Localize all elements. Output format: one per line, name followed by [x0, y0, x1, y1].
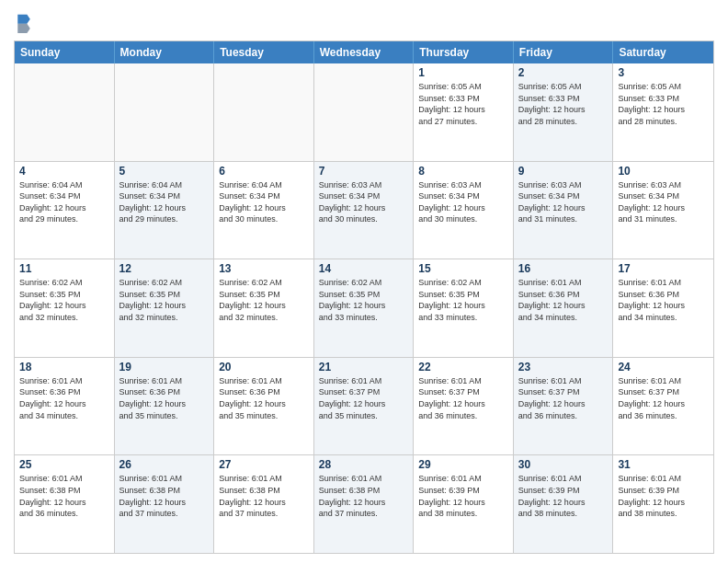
day-info: Sunrise: 6:03 AM Sunset: 6:34 PM Dayligh…: [319, 179, 409, 225]
day-info: Sunrise: 6:01 AM Sunset: 6:36 PM Dayligh…: [518, 277, 609, 323]
day-number: 30: [518, 458, 609, 471]
day-info: Sunrise: 6:03 AM Sunset: 6:34 PM Dayligh…: [518, 179, 609, 225]
day-info: Sunrise: 6:01 AM Sunset: 6:39 PM Dayligh…: [418, 473, 508, 519]
calendar-cell: [214, 63, 314, 161]
day-info: Sunrise: 6:01 AM Sunset: 6:36 PM Dayligh…: [119, 375, 210, 421]
day-number: 14: [319, 262, 409, 275]
day-number: 3: [618, 66, 709, 79]
calendar-cell: 19Sunrise: 6:01 AM Sunset: 6:36 PM Dayli…: [115, 358, 215, 455]
day-info: Sunrise: 6:03 AM Sunset: 6:34 PM Dayligh…: [618, 179, 709, 225]
calendar-cell: 5Sunrise: 6:04 AM Sunset: 6:34 PM Daylig…: [115, 162, 215, 259]
calendar-week: 18Sunrise: 6:01 AM Sunset: 6:36 PM Dayli…: [15, 357, 713, 455]
day-number: 26: [119, 458, 210, 471]
day-number: 27: [219, 458, 309, 471]
calendar-cell: [15, 63, 115, 161]
day-info: Sunrise: 6:01 AM Sunset: 6:36 PM Dayligh…: [219, 375, 309, 421]
day-info: Sunrise: 6:02 AM Sunset: 6:35 PM Dayligh…: [418, 277, 508, 323]
day-number: 15: [418, 262, 508, 275]
day-info: Sunrise: 6:01 AM Sunset: 6:38 PM Dayligh…: [319, 473, 409, 519]
day-number: 2: [518, 66, 609, 79]
day-number: 17: [618, 262, 709, 275]
day-info: Sunrise: 6:04 AM Sunset: 6:34 PM Dayligh…: [19, 179, 109, 225]
day-info: Sunrise: 6:02 AM Sunset: 6:35 PM Dayligh…: [219, 277, 309, 323]
calendar-cell: 7Sunrise: 6:03 AM Sunset: 6:34 PM Daylig…: [314, 162, 415, 259]
day-info: Sunrise: 6:01 AM Sunset: 6:37 PM Dayligh…: [319, 375, 409, 421]
day-info: Sunrise: 6:04 AM Sunset: 6:34 PM Dayligh…: [219, 179, 309, 225]
day-number: 24: [618, 361, 709, 373]
calendar-week: 1Sunrise: 6:05 AM Sunset: 6:33 PM Daylig…: [15, 63, 713, 161]
day-info: Sunrise: 6:05 AM Sunset: 6:33 PM Dayligh…: [618, 81, 709, 127]
day-number: 10: [618, 165, 709, 178]
calendar-cell: 26Sunrise: 6:01 AM Sunset: 6:38 PM Dayli…: [115, 455, 215, 553]
day-info: Sunrise: 6:01 AM Sunset: 6:38 PM Dayligh…: [119, 473, 210, 519]
day-number: 4: [19, 165, 109, 178]
calendar-cell: 23Sunrise: 6:01 AM Sunset: 6:37 PM Dayli…: [514, 358, 614, 455]
calendar-cell: 25Sunrise: 6:01 AM Sunset: 6:38 PM Dayli…: [15, 455, 115, 553]
day-number: 23: [518, 361, 609, 373]
page: SundayMondayTuesdayWednesdayThursdayFrid…: [0, 0, 728, 563]
calendar-cell: 10Sunrise: 6:03 AM Sunset: 6:34 PM Dayli…: [613, 162, 713, 259]
day-number: 22: [418, 361, 508, 373]
calendar-cell: 6Sunrise: 6:04 AM Sunset: 6:34 PM Daylig…: [214, 162, 314, 259]
day-number: 9: [518, 165, 609, 178]
calendar-cell: 24Sunrise: 6:01 AM Sunset: 6:37 PM Dayli…: [613, 358, 713, 455]
day-number: 19: [119, 361, 210, 373]
calendar-header-cell: Friday: [514, 41, 614, 63]
calendar-cell: 22Sunrise: 6:01 AM Sunset: 6:37 PM Dayli…: [414, 358, 514, 455]
day-info: Sunrise: 6:01 AM Sunset: 6:36 PM Dayligh…: [618, 277, 709, 323]
day-number: 21: [319, 361, 409, 373]
calendar-week: 4Sunrise: 6:04 AM Sunset: 6:34 PM Daylig…: [15, 161, 713, 259]
day-info: Sunrise: 6:02 AM Sunset: 6:35 PM Dayligh…: [119, 277, 210, 323]
calendar-week: 25Sunrise: 6:01 AM Sunset: 6:38 PM Dayli…: [15, 454, 713, 553]
day-number: 11: [19, 262, 109, 275]
day-info: Sunrise: 6:04 AM Sunset: 6:34 PM Dayligh…: [119, 179, 210, 225]
calendar-cell: 1Sunrise: 6:05 AM Sunset: 6:33 PM Daylig…: [414, 63, 514, 161]
calendar-cell: 15Sunrise: 6:02 AM Sunset: 6:35 PM Dayli…: [414, 259, 514, 357]
calendar-header-cell: Thursday: [414, 41, 514, 63]
day-number: 13: [219, 262, 309, 275]
day-info: Sunrise: 6:01 AM Sunset: 6:36 PM Dayligh…: [19, 375, 109, 421]
calendar-header-cell: Saturday: [613, 41, 713, 63]
day-number: 18: [19, 361, 109, 373]
day-info: Sunrise: 6:01 AM Sunset: 6:39 PM Dayligh…: [618, 473, 709, 519]
calendar-cell: 16Sunrise: 6:01 AM Sunset: 6:36 PM Dayli…: [514, 259, 614, 357]
day-info: Sunrise: 6:01 AM Sunset: 6:37 PM Dayligh…: [518, 375, 609, 421]
calendar-cell: 30Sunrise: 6:01 AM Sunset: 6:39 PM Dayli…: [514, 455, 614, 553]
day-number: 7: [319, 165, 409, 178]
calendar-header: SundayMondayTuesdayWednesdayThursdayFrid…: [15, 41, 713, 63]
day-info: Sunrise: 6:01 AM Sunset: 6:39 PM Dayligh…: [518, 473, 609, 519]
day-number: 20: [219, 361, 309, 373]
day-info: Sunrise: 6:05 AM Sunset: 6:33 PM Dayligh…: [418, 81, 508, 127]
calendar-cell: 8Sunrise: 6:03 AM Sunset: 6:34 PM Daylig…: [414, 162, 514, 259]
calendar-header-cell: Wednesday: [314, 41, 415, 63]
day-info: Sunrise: 6:01 AM Sunset: 6:37 PM Dayligh…: [418, 375, 508, 421]
calendar-cell: 18Sunrise: 6:01 AM Sunset: 6:36 PM Dayli…: [15, 358, 115, 455]
day-number: 6: [219, 165, 309, 178]
day-number: 12: [119, 262, 210, 275]
calendar-week: 11Sunrise: 6:02 AM Sunset: 6:35 PM Dayli…: [15, 259, 713, 357]
calendar-cell: 29Sunrise: 6:01 AM Sunset: 6:39 PM Dayli…: [414, 455, 514, 553]
svg-marker-0: [17, 15, 30, 24]
calendar-header-cell: Tuesday: [214, 41, 314, 63]
calendar-cell: 31Sunrise: 6:01 AM Sunset: 6:39 PM Dayli…: [613, 455, 713, 553]
calendar: SundayMondayTuesdayWednesdayThursdayFrid…: [14, 40, 714, 554]
calendar-cell: 20Sunrise: 6:01 AM Sunset: 6:36 PM Dayli…: [214, 358, 314, 455]
day-info: Sunrise: 6:01 AM Sunset: 6:37 PM Dayligh…: [618, 375, 709, 421]
day-number: 25: [19, 458, 109, 471]
calendar-cell: 2Sunrise: 6:05 AM Sunset: 6:33 PM Daylig…: [514, 63, 614, 161]
day-info: Sunrise: 6:01 AM Sunset: 6:38 PM Dayligh…: [219, 473, 309, 519]
calendar-header-cell: Sunday: [15, 41, 115, 63]
day-info: Sunrise: 6:02 AM Sunset: 6:35 PM Dayligh…: [19, 277, 109, 323]
calendar-cell: [115, 63, 215, 161]
day-info: Sunrise: 6:02 AM Sunset: 6:35 PM Dayligh…: [319, 277, 409, 323]
day-number: 1: [418, 66, 508, 79]
svg-marker-1: [17, 24, 30, 33]
day-info: Sunrise: 6:05 AM Sunset: 6:33 PM Dayligh…: [518, 81, 609, 127]
calendar-cell: 9Sunrise: 6:03 AM Sunset: 6:34 PM Daylig…: [514, 162, 614, 259]
calendar-header-cell: Monday: [115, 41, 215, 63]
calendar-cell: 4Sunrise: 6:04 AM Sunset: 6:34 PM Daylig…: [15, 162, 115, 259]
calendar-cell: 14Sunrise: 6:02 AM Sunset: 6:35 PM Dayli…: [314, 259, 415, 357]
calendar-cell: 28Sunrise: 6:01 AM Sunset: 6:38 PM Dayli…: [314, 455, 415, 553]
calendar-cell: [314, 63, 415, 161]
day-info: Sunrise: 6:01 AM Sunset: 6:38 PM Dayligh…: [19, 473, 109, 519]
